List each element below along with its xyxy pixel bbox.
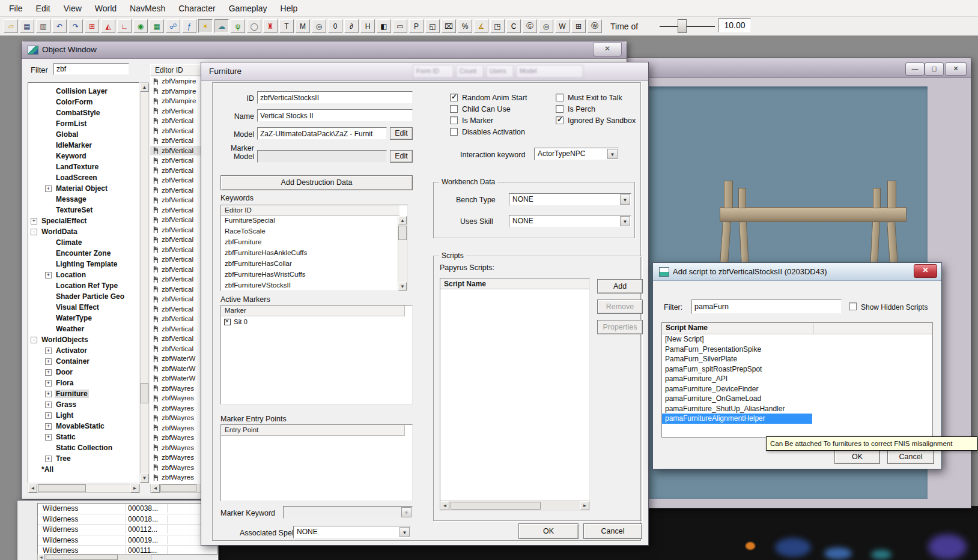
ok-button[interactable]: OK [518, 523, 579, 539]
tree-expand-icon[interactable]: + [45, 391, 52, 397]
tree-item[interactable]: Encounter Zone [28, 248, 139, 259]
entry-points-listbox[interactable]: Entry Point [220, 424, 413, 501]
script-row[interactable]: pamaFurniture_ShutUp_AliasHandler [662, 404, 932, 414]
tree-vertical-scrollbar[interactable]: ▲ ▼ [140, 82, 149, 483]
tree-expand-icon[interactable]: + [45, 369, 52, 376]
checkbox[interactable] [556, 116, 563, 124]
toolbar-icon[interactable]: ⓒ [523, 19, 537, 33]
tree-item[interactable]: LoadScreen [28, 172, 139, 183]
checkbox[interactable] [450, 94, 458, 101]
toolbar-icon[interactable]: ◭ [101, 19, 115, 33]
tree-item[interactable]: FormList [28, 118, 139, 129]
script-row[interactable]: PamaFurn_SilverPlate [662, 354, 932, 364]
scroll-down-icon[interactable]: ▼ [398, 282, 407, 291]
toolbar-icon[interactable]: ◎ [539, 19, 553, 33]
tree-item[interactable]: Climate [28, 237, 139, 248]
marker-checkbox[interactable] [224, 319, 231, 325]
menu-item[interactable]: File [2, 4, 29, 13]
chevron-down-icon[interactable]: ▼ [401, 507, 412, 517]
script-row[interactable]: PamaFurn_PresentationSpike [662, 345, 932, 355]
checkbox[interactable] [450, 128, 458, 136]
cell-table[interactable]: Wilderness 000038... Wilderness 000018..… [37, 503, 217, 555]
tree-item[interactable]: CombatStyle [28, 107, 139, 118]
toolbar-icon[interactable]: ◳ [490, 19, 505, 33]
checkbox[interactable] [556, 94, 563, 101]
keyword-row[interactable]: RaceToScale [221, 227, 407, 238]
script-properties-button[interactable]: Properties [597, 320, 643, 334]
toolbar-icon[interactable]: ◉ [133, 19, 148, 33]
script-name-column-header[interactable]: Script Name [440, 278, 589, 289]
table-row[interactable]: Wilderness 000111... [38, 546, 217, 555]
toolbar-icon[interactable]: P [409, 19, 424, 33]
tree-item[interactable]: + Activator [28, 345, 139, 356]
close-icon[interactable]: ✕ [945, 62, 967, 76]
add-destruction-data-button[interactable]: Add Destruction Data [220, 175, 413, 190]
script-list[interactable]: Script Name [New Script] PamaFurn_Presen… [661, 322, 933, 438]
add-script-button[interactable]: Add [597, 279, 643, 294]
tree-item[interactable]: + Location [28, 269, 139, 280]
tree-expand-icon[interactable]: + [45, 434, 52, 441]
script-row[interactable]: pamaFurnitureAlignmentHelper [662, 414, 932, 424]
tree-item[interactable]: Collision Layer [28, 86, 139, 97]
keyword-row[interactable]: zbfFurnitureHasAnkleCuffs [221, 248, 407, 259]
tree-item[interactable]: + Material Object [28, 183, 139, 194]
tree-expand-icon[interactable]: + [45, 272, 52, 278]
tree-item[interactable]: + SpecialEffect [28, 215, 139, 226]
script-row[interactable]: pamaFurniture_OnGameLoad [662, 394, 932, 404]
add-script-titlebar[interactable]: Add script to zbfVerticalStocksII (0203D… [653, 263, 941, 281]
tree-item[interactable]: Lighting Template [28, 259, 139, 269]
tree-expand-icon[interactable]: + [45, 456, 52, 462]
checkbox-row[interactable]: Disables Activation [450, 126, 552, 137]
keywords-scrollbar[interactable]: ▲ ▼ [398, 216, 407, 291]
toolbar-icon[interactable]: ψ [231, 19, 245, 33]
toolbar-icon[interactable]: ▱ [4, 19, 18, 33]
tree-item[interactable]: Message [28, 194, 139, 205]
close-icon[interactable]: ✕ [914, 264, 937, 278]
filter-input[interactable] [53, 63, 129, 75]
tree-expand-icon[interactable]: - [31, 229, 37, 235]
marker-keyword-dropdown[interactable]: ▼ [283, 506, 413, 519]
toolbar-icon[interactable]: ◎ [312, 19, 326, 33]
toolbar-icon[interactable]: ☍ [166, 19, 180, 33]
interaction-keyword-dropdown[interactable]: ActorTypeNPC ▼ [534, 148, 619, 160]
tree-item[interactable]: - WorldData [28, 226, 139, 237]
tree-item[interactable]: Weather [28, 324, 139, 334]
toolbar-icon[interactable]: W [555, 19, 569, 33]
tree-item[interactable]: + Static [28, 432, 139, 442]
tree-horizontal-scrollbar[interactable]: ◄ ► [28, 484, 140, 493]
keyword-row[interactable]: zbfFurnitureHasCollar [221, 259, 407, 270]
entry-point-column-header[interactable]: Entry Point [221, 425, 405, 436]
marker-model-field[interactable] [257, 150, 387, 163]
tree-expand-icon[interactable]: + [31, 218, 37, 224]
papyrus-scripts-hscrollbar[interactable]: ◄ ► [440, 501, 589, 510]
keywords-listbox[interactable]: Editor ID FurnitureSpecialRaceToScalezbf… [220, 205, 408, 291]
chevron-down-icon[interactable]: ▼ [620, 216, 630, 226]
bench-type-dropdown[interactable]: NONE ▼ [509, 193, 631, 206]
tree-item[interactable]: + Grass [28, 399, 139, 410]
toolbar-icon[interactable]: M [296, 19, 310, 33]
tree-expand-icon[interactable]: + [45, 380, 52, 387]
scroll-left-icon[interactable]: ◄ [28, 484, 37, 493]
toolbar-icon[interactable]: ↷ [68, 19, 83, 33]
object-window-titlebar[interactable]: Object Window ✕ [22, 41, 627, 59]
script-row[interactable]: pamaFurniture_DeviceFinder [662, 384, 932, 394]
toolbar-icon[interactable]: ▦ [150, 19, 164, 33]
active-markers-listbox[interactable]: Marker Sit 0 [220, 305, 413, 405]
toolbar-icon[interactable]: ⌧ [442, 19, 456, 33]
tree-expand-icon[interactable]: + [45, 402, 52, 408]
toolbar-icon[interactable]: ▥ [36, 19, 50, 33]
checkbox-row[interactable]: Child Can Use [450, 103, 552, 115]
chevron-down-icon[interactable]: ▼ [620, 194, 630, 205]
menu-item[interactable]: Edit [29, 4, 57, 13]
tree-item[interactable]: + MovableStatic [28, 421, 139, 432]
scroll-thumb[interactable] [160, 484, 196, 492]
table-row[interactable]: Wilderness 000112... [38, 525, 217, 535]
uses-skill-dropdown[interactable]: NONE ▼ [509, 215, 631, 227]
toolbar-icon[interactable]: ◧ [377, 19, 391, 33]
cancel-button[interactable]: Cancel [583, 523, 642, 539]
tree-item[interactable]: Static Collection [28, 442, 139, 453]
close-icon[interactable]: ✕ [593, 43, 622, 56]
cell-horizontal-scrollbar[interactable]: ◄ [37, 554, 151, 560]
toolbar-icon[interactable]: ƒ [182, 19, 196, 33]
time-slider-thumb[interactable] [678, 19, 687, 33]
